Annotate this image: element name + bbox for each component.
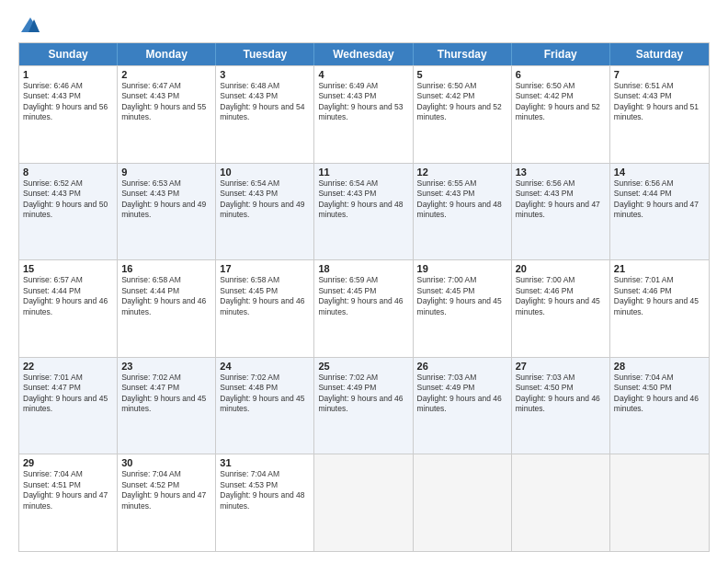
calendar-empty-cell [610,454,709,551]
day-number: 17 [220,263,310,274]
day-number: 6 [516,69,606,80]
calendar-day-cell: 20Sunrise: 7:00 AMSunset: 4:46 PMDayligh… [512,260,610,357]
calendar-empty-cell [314,454,413,551]
day-info: Sunrise: 6:47 AMSunset: 4:43 PMDaylight:… [121,81,211,123]
day-info: Sunrise: 7:04 AMSunset: 4:52 PMDaylight:… [121,469,211,511]
day-number: 1 [23,69,113,80]
calendar: SundayMondayTuesdayWednesdayThursdayFrid… [18,42,710,552]
calendar-day-cell: 21Sunrise: 7:01 AMSunset: 4:46 PMDayligh… [610,260,709,357]
day-info: Sunrise: 7:01 AMSunset: 4:46 PMDaylight:… [614,275,705,317]
day-number: 25 [318,361,408,372]
day-info: Sunrise: 6:51 AMSunset: 4:43 PMDaylight:… [614,81,705,123]
day-number: 2 [121,69,211,80]
calendar-day-cell: 31Sunrise: 7:04 AMSunset: 4:53 PMDayligh… [216,454,314,551]
day-number: 20 [516,263,606,274]
day-info: Sunrise: 6:54 AMSunset: 4:43 PMDaylight:… [220,178,310,221]
day-info: Sunrise: 7:03 AMSunset: 4:50 PMDaylight:… [516,373,606,415]
calendar-row: 29Sunrise: 7:04 AMSunset: 4:51 PMDayligh… [19,454,709,551]
day-info: Sunrise: 7:02 AMSunset: 4:47 PMDaylight:… [121,373,211,415]
day-number: 29 [23,457,113,468]
logo-icon [20,17,40,33]
weekday-header: Sunday [19,43,118,65]
day-number: 7 [614,69,705,80]
day-info: Sunrise: 6:50 AMSunset: 4:42 PMDaylight:… [516,81,606,123]
day-number: 5 [417,69,507,80]
calendar-day-cell: 22Sunrise: 7:01 AMSunset: 4:47 PMDayligh… [19,358,118,454]
day-info: Sunrise: 6:50 AMSunset: 4:42 PMDaylight:… [417,81,507,123]
calendar-day-cell: 23Sunrise: 7:02 AMSunset: 4:47 PMDayligh… [118,358,216,454]
page-header [18,17,710,33]
day-number: 23 [121,361,211,372]
day-number: 11 [318,167,408,178]
calendar-header: SundayMondayTuesdayWednesdayThursdayFrid… [19,43,709,65]
day-info: Sunrise: 6:54 AMSunset: 4:43 PMDaylight:… [318,178,408,221]
day-info: Sunrise: 7:00 AMSunset: 4:45 PMDaylight:… [417,275,507,317]
day-number: 22 [23,361,113,372]
calendar-day-cell: 11Sunrise: 6:54 AMSunset: 4:43 PMDayligh… [314,164,413,260]
calendar-day-cell: 14Sunrise: 6:56 AMSunset: 4:44 PMDayligh… [610,164,709,260]
day-number: 27 [516,361,606,372]
calendar-empty-cell [512,454,610,551]
calendar-day-cell: 12Sunrise: 6:55 AMSunset: 4:43 PMDayligh… [414,164,512,260]
day-number: 12 [417,167,507,178]
calendar-day-cell: 27Sunrise: 7:03 AMSunset: 4:50 PMDayligh… [512,358,610,454]
calendar-day-cell: 1Sunrise: 6:46 AMSunset: 4:43 PMDaylight… [19,66,118,163]
day-number: 4 [318,69,408,80]
day-info: Sunrise: 6:46 AMSunset: 4:43 PMDaylight:… [23,81,113,123]
calendar-row: 22Sunrise: 7:01 AMSunset: 4:47 PMDayligh… [19,357,709,454]
calendar-day-cell: 16Sunrise: 6:58 AMSunset: 4:44 PMDayligh… [118,260,216,357]
calendar-day-cell: 2Sunrise: 6:47 AMSunset: 4:43 PMDaylight… [118,66,216,163]
calendar-day-cell: 3Sunrise: 6:48 AMSunset: 4:43 PMDaylight… [216,66,314,163]
weekday-header: Monday [118,43,216,65]
logo [18,17,40,33]
day-info: Sunrise: 6:48 AMSunset: 4:43 PMDaylight:… [220,81,310,123]
calendar-day-cell: 19Sunrise: 7:00 AMSunset: 4:45 PMDayligh… [414,260,512,357]
calendar-day-cell: 24Sunrise: 7:02 AMSunset: 4:48 PMDayligh… [216,358,314,454]
day-number: 16 [121,263,211,274]
day-number: 9 [121,167,211,178]
day-info: Sunrise: 6:58 AMSunset: 4:45 PMDaylight:… [220,275,310,317]
calendar-day-cell: 6Sunrise: 6:50 AMSunset: 4:42 PMDaylight… [512,66,610,163]
day-info: Sunrise: 6:55 AMSunset: 4:43 PMDaylight:… [417,178,507,221]
day-number: 19 [417,263,507,274]
day-number: 24 [220,361,310,372]
weekday-header: Tuesday [216,43,314,65]
day-info: Sunrise: 6:56 AMSunset: 4:44 PMDaylight:… [614,178,705,221]
calendar-day-cell: 9Sunrise: 6:53 AMSunset: 4:43 PMDaylight… [118,164,216,260]
calendar-row: 1Sunrise: 6:46 AMSunset: 4:43 PMDaylight… [19,65,709,163]
calendar-day-cell: 17Sunrise: 6:58 AMSunset: 4:45 PMDayligh… [216,260,314,357]
day-number: 30 [121,457,211,468]
calendar-day-cell: 15Sunrise: 6:57 AMSunset: 4:44 PMDayligh… [19,260,118,357]
day-info: Sunrise: 7:01 AMSunset: 4:47 PMDaylight:… [23,373,113,415]
calendar-day-cell: 8Sunrise: 6:52 AMSunset: 4:43 PMDaylight… [19,164,118,260]
day-info: Sunrise: 7:04 AMSunset: 4:50 PMDaylight:… [614,373,705,415]
weekday-header: Saturday [610,43,709,65]
day-info: Sunrise: 6:59 AMSunset: 4:45 PMDaylight:… [318,275,408,317]
day-info: Sunrise: 6:49 AMSunset: 4:43 PMDaylight:… [318,81,408,123]
calendar-day-cell: 28Sunrise: 7:04 AMSunset: 4:50 PMDayligh… [610,358,709,454]
day-number: 13 [516,167,606,178]
day-number: 31 [220,457,310,468]
calendar-day-cell: 30Sunrise: 7:04 AMSunset: 4:52 PMDayligh… [118,454,216,551]
calendar-day-cell: 13Sunrise: 6:56 AMSunset: 4:43 PMDayligh… [512,164,610,260]
day-number: 8 [23,167,113,178]
calendar-day-cell: 25Sunrise: 7:02 AMSunset: 4:49 PMDayligh… [314,358,413,454]
day-number: 21 [614,263,705,274]
day-info: Sunrise: 7:04 AMSunset: 4:53 PMDaylight:… [220,469,310,511]
day-number: 14 [614,167,705,178]
calendar-body: 1Sunrise: 6:46 AMSunset: 4:43 PMDaylight… [19,65,709,551]
day-info: Sunrise: 6:52 AMSunset: 4:43 PMDaylight:… [23,178,113,221]
day-info: Sunrise: 6:53 AMSunset: 4:43 PMDaylight:… [121,178,211,221]
calendar-day-cell: 26Sunrise: 7:03 AMSunset: 4:49 PMDayligh… [414,358,512,454]
weekday-header: Friday [512,43,610,65]
calendar-row: 15Sunrise: 6:57 AMSunset: 4:44 PMDayligh… [19,259,709,357]
calendar-day-cell: 7Sunrise: 6:51 AMSunset: 4:43 PMDaylight… [610,66,709,163]
day-number: 26 [417,361,507,372]
calendar-day-cell: 10Sunrise: 6:54 AMSunset: 4:43 PMDayligh… [216,164,314,260]
day-number: 18 [318,263,408,274]
calendar-empty-cell [414,454,512,551]
day-info: Sunrise: 7:00 AMSunset: 4:46 PMDaylight:… [516,275,606,317]
day-info: Sunrise: 7:03 AMSunset: 4:49 PMDaylight:… [417,373,507,415]
calendar-day-cell: 18Sunrise: 6:59 AMSunset: 4:45 PMDayligh… [314,260,413,357]
day-number: 3 [220,69,310,80]
